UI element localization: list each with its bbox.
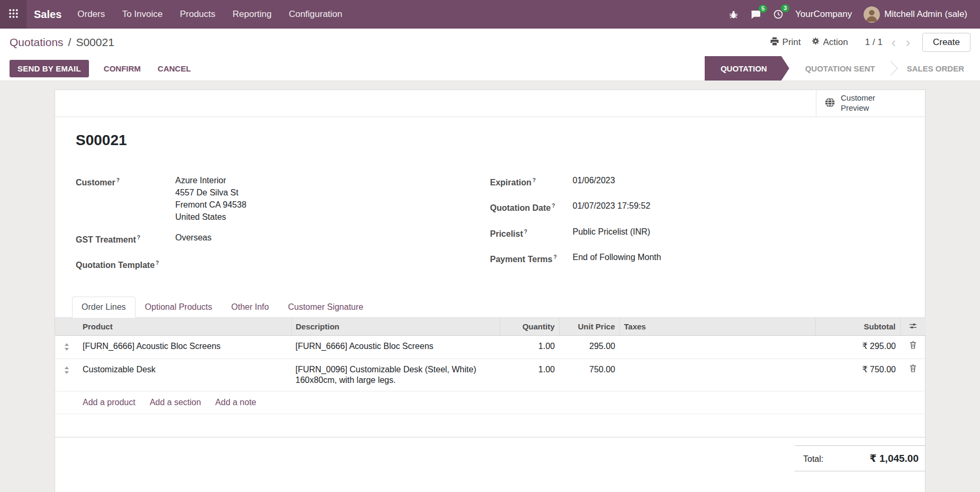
- action-bar: SEND BY EMAIL CONFIRM CANCEL QUOTATION Q…: [0, 56, 980, 81]
- activities-badge: 3: [781, 4, 789, 12]
- send-by-email-button[interactable]: SEND BY EMAIL: [10, 60, 89, 77]
- confirm-button[interactable]: CONFIRM: [97, 60, 147, 77]
- payment-terms-value[interactable]: End of Following Month: [573, 251, 661, 265]
- apps-grid-icon: [8, 8, 19, 20]
- notebook-tabs: Order Lines Optional Products Other Info…: [55, 297, 925, 318]
- delete-line-icon[interactable]: [900, 359, 926, 391]
- line-taxes[interactable]: [619, 359, 815, 391]
- menu-configuration[interactable]: Configuration: [281, 0, 349, 29]
- menu-to-invoice[interactable]: To Invoice: [115, 0, 170, 29]
- action-button[interactable]: Action: [806, 34, 853, 51]
- breadcrumb-separator: /: [68, 36, 71, 49]
- order-line-row: Customizable Desk [FURN_0096] Customizab…: [55, 359, 926, 391]
- company-switcher[interactable]: YourCompany: [791, 9, 856, 20]
- menu-orders[interactable]: Orders: [70, 0, 112, 29]
- breadcrumb-current: S00021: [76, 36, 114, 49]
- apps-menu-button[interactable]: [0, 0, 26, 29]
- taxes-column-header[interactable]: Taxes: [619, 318, 815, 336]
- line-subtotal: ₹ 750.00: [815, 359, 900, 391]
- app-name[interactable]: Sales: [26, 8, 70, 21]
- line-description[interactable]: [FURN_0096] Customizable Desk (Steel, Wh…: [291, 359, 500, 391]
- breadcrumb-quotations[interactable]: Quotations: [10, 36, 64, 49]
- delete-line-icon[interactable]: [900, 335, 926, 359]
- print-label: Print: [783, 37, 801, 48]
- drag-handle-icon[interactable]: [55, 359, 78, 391]
- add-a-section-link[interactable]: Add a section: [150, 398, 201, 407]
- systray: 5 3 YourCompany Mitchell Admin (sale): [724, 6, 972, 23]
- activities-clock-icon[interactable]: 3: [769, 10, 788, 19]
- add-a-product-link[interactable]: Add a product: [83, 398, 136, 407]
- quotation-date-label: Quotation Date?: [490, 200, 573, 214]
- customer-value[interactable]: Azure Interior: [175, 174, 246, 186]
- table-header-row: Product Description Quantity Unit Price …: [55, 318, 926, 336]
- order-line-row: [FURN_6666] Acoustic Bloc Screens [FURN_…: [55, 335, 926, 359]
- quotation-title: S00021: [76, 132, 904, 149]
- quantity-column-header[interactable]: Quantity: [500, 318, 559, 336]
- breadcrumb: Quotations / S00021: [10, 36, 114, 49]
- help-marker: ?: [524, 229, 527, 235]
- menu-reporting[interactable]: Reporting: [225, 0, 279, 29]
- line-quantity[interactable]: 1.00: [500, 359, 559, 391]
- payment-terms-label: Payment Terms?: [490, 251, 573, 265]
- menu-products[interactable]: Products: [173, 0, 223, 29]
- action-label: Action: [823, 37, 848, 48]
- customer-preview-label: Customer Preview: [841, 93, 888, 113]
- line-quantity[interactable]: 1.00: [500, 335, 559, 359]
- status-sales-order[interactable]: SALES ORDER: [891, 56, 980, 80]
- customer-address-line-3: United States: [175, 211, 246, 223]
- debug-bug-icon[interactable]: [724, 10, 743, 19]
- customer-label: Customer?: [76, 174, 175, 223]
- quotation-date-value[interactable]: 01/07/2023 17:59:52: [573, 200, 651, 214]
- product-column-header[interactable]: Product: [78, 318, 291, 336]
- description-column-header[interactable]: Description: [291, 318, 500, 336]
- gst-treatment-label: GST Treatment?: [76, 231, 175, 246]
- help-marker: ?: [156, 260, 159, 266]
- user-menu[interactable]: Mitchell Admin (sale): [859, 6, 972, 23]
- line-subtotal: ₹ 295.00: [815, 335, 900, 359]
- line-description[interactable]: [FURN_6666] Acoustic Bloc Screens: [291, 335, 500, 359]
- pager-next-button[interactable]: ›: [902, 36, 914, 49]
- pager-previous-button[interactable]: ‹: [888, 36, 900, 49]
- gst-treatment-value[interactable]: Overseas: [175, 231, 211, 246]
- line-taxes[interactable]: [619, 335, 815, 359]
- tab-optional-products[interactable]: Optional Products: [136, 297, 222, 318]
- add-a-note-link[interactable]: Add a note: [215, 398, 256, 407]
- status-quotation[interactable]: QUOTATION: [705, 56, 789, 80]
- customer-preview-button[interactable]: Customer Preview: [816, 90, 925, 117]
- line-product[interactable]: Customizable Desk: [78, 359, 291, 391]
- expiration-label: Expiration?: [490, 174, 573, 189]
- cancel-button[interactable]: CANCEL: [151, 60, 197, 77]
- help-marker: ?: [533, 177, 536, 183]
- control-panel: Quotations / S00021 Print Action 1 / 1 ‹…: [0, 29, 980, 56]
- tab-customer-signature[interactable]: Customer Signature: [278, 297, 373, 318]
- tab-order-lines[interactable]: Order Lines: [72, 297, 136, 318]
- main-menu: Orders To Invoice Products Reporting Con…: [70, 0, 349, 29]
- handle-column-header: [55, 318, 78, 336]
- unit-price-column-header[interactable]: Unit Price: [559, 318, 619, 336]
- pricelist-value[interactable]: Public Pricelist (INR): [573, 226, 651, 240]
- line-product[interactable]: [FURN_6666] Acoustic Bloc Screens: [78, 335, 291, 359]
- customer-address-line-1: 4557 De Silva St: [175, 186, 246, 199]
- line-unit-price[interactable]: 750.00: [559, 359, 619, 391]
- optional-columns-button[interactable]: [900, 318, 926, 336]
- drag-handle-icon[interactable]: [55, 335, 78, 359]
- statusbar: QUOTATION QUOTATION SENT SALES ORDER: [705, 56, 980, 80]
- field-group: Customer? Azure Interior 4557 De Silva S…: [76, 174, 904, 283]
- quotation-template-label: Quotation Template?: [76, 257, 175, 271]
- sliders-icon: [909, 322, 917, 331]
- subtotal-column-header[interactable]: Subtotal: [815, 318, 900, 336]
- create-button[interactable]: Create: [922, 33, 970, 52]
- tab-other-info[interactable]: Other Info: [222, 297, 278, 318]
- globe-icon: [825, 97, 835, 109]
- status-quotation-sent[interactable]: QUOTATION SENT: [789, 56, 891, 80]
- messages-badge: 5: [759, 5, 767, 13]
- line-unit-price[interactable]: 295.00: [559, 335, 619, 359]
- customer-address-line-2: Fremont CA 94538: [175, 199, 246, 211]
- help-marker: ?: [553, 254, 556, 260]
- help-marker: ?: [116, 177, 120, 183]
- top-navbar: Sales Orders To Invoice Products Reporti…: [0, 0, 980, 29]
- messages-icon[interactable]: 5: [746, 10, 766, 19]
- print-button[interactable]: Print: [765, 34, 806, 51]
- expiration-value[interactable]: 01/06/2023: [573, 174, 615, 189]
- totals-box: Total: ₹ 1,045.00: [795, 445, 925, 471]
